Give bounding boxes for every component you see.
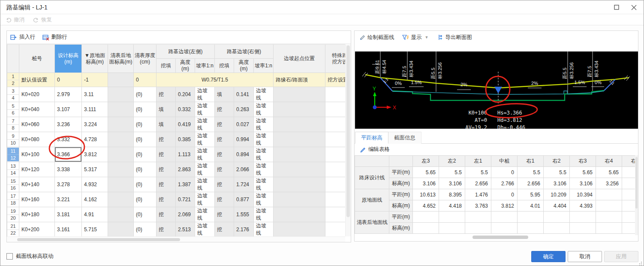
slope-ratio-cell[interactable]: 边坡线 — [195, 207, 215, 222]
section-elevation-link-checkbox[interactable] — [6, 253, 13, 260]
section-horizontal-scrollbar[interactable] — [472, 236, 528, 239]
value-cell[interactable] — [439, 212, 465, 223]
slope-ratio-cell[interactable]: 边坡线 — [195, 147, 215, 162]
value-cell[interactable]: 10.613 — [413, 189, 439, 200]
slope-ratio-cell[interactable]: 边坡线 — [195, 87, 215, 102]
ground-elevation-cell[interactable]: 4.91 — [82, 207, 108, 222]
special-roadbed-cell[interactable] — [325, 102, 346, 117]
display-button[interactable]: 显示 ▼ — [402, 34, 429, 41]
clearing-thickness-cell[interactable]: (0) — [134, 117, 156, 132]
row-number-cell[interactable]: 1314 — [7, 162, 19, 177]
default-ground-cell[interactable]: -1 — [82, 73, 108, 87]
special-roadbed-cell[interactable] — [325, 132, 346, 147]
station-cell[interactable]: K0+060 — [19, 117, 55, 132]
value-cell[interactable]: 4.418 — [439, 200, 465, 212]
slope-ratio-cell[interactable]: 边坡线 — [254, 177, 274, 192]
export-section-button[interactable]: 导出断面图 — [436, 34, 472, 41]
row-number-cell[interactable]: 1112 — [7, 147, 19, 162]
slope-ratio-cell[interactable]: 边坡线 — [195, 102, 215, 117]
design-elevation-cell[interactable]: 2.979 — [55, 87, 82, 102]
default-station-cell[interactable]: 默认值设置 — [19, 73, 55, 87]
value-cell[interactable]: 10.209 — [544, 189, 570, 200]
value-cell[interactable] — [413, 223, 439, 234]
default-slope-cell[interactable]: W0.75/T1.5 — [156, 73, 274, 87]
slope-ratio-cell[interactable]: 边坡线 — [254, 162, 274, 177]
special-roadbed-cell[interactable] — [325, 222, 346, 237]
value-cell[interactable]: 4.01 — [518, 200, 544, 212]
value-cell[interactable]: 4.393 — [570, 200, 596, 212]
slope-ratio-cell[interactable]: 边坡线 — [254, 192, 274, 207]
ground-elevation-cell[interactable]: 4.162 — [82, 192, 108, 207]
row-number-cell[interactable]: 1920 — [7, 207, 19, 222]
ground-elevation-cell[interactable]: 4.728 — [82, 132, 108, 147]
value-cell[interactable]: 5.5 — [439, 167, 465, 178]
default-slope-start-cell[interactable]: 路缘石/路面顶 — [274, 73, 325, 87]
value-cell[interactable] — [465, 212, 491, 223]
slope-ratio-cell[interactable]: 边坡线 — [254, 222, 274, 237]
special-roadbed-cell[interactable] — [325, 162, 346, 177]
value-cell[interactable] — [570, 212, 596, 223]
slope-ratio-cell[interactable]: 边坡线 — [254, 102, 274, 117]
value-cell[interactable] — [518, 212, 544, 223]
value-cell[interactable]: 5.95 — [518, 189, 544, 200]
clearing-thickness-cell[interactable]: (0) — [134, 102, 156, 117]
cancel-button[interactable]: 取消 — [568, 251, 602, 262]
value-cell[interactable]: 4.652 — [413, 200, 439, 212]
slope-ratio-cell[interactable]: 边坡线 — [254, 207, 274, 222]
slope-ratio-cell[interactable]: 边坡线 — [254, 147, 274, 162]
value-cell[interactable] — [596, 189, 622, 200]
maximize-icon[interactable] — [611, 2, 622, 13]
slope-ratio-cell[interactable]: 边坡线 — [195, 177, 215, 192]
station-cell[interactable]: K0+140 — [19, 177, 55, 192]
value-cell[interactable] — [622, 200, 636, 212]
value-cell[interactable] — [570, 223, 596, 234]
value-cell[interactable] — [596, 223, 622, 234]
table-horizontal-scrollbar[interactable] — [7, 236, 345, 242]
clearing-thickness-cell[interactable]: (0) — [134, 87, 156, 102]
value-cell[interactable] — [622, 167, 636, 178]
ground-elevation-cell[interactable]: 3.111 — [82, 102, 108, 117]
clearing-thickness-cell[interactable]: (0) — [134, 132, 156, 147]
station-cell[interactable]: K0+040 — [19, 102, 55, 117]
station-cell[interactable]: K0+100 — [19, 147, 55, 162]
row-number-cell[interactable]: 56 — [7, 102, 19, 117]
value-cell[interactable]: 3.812 — [491, 200, 518, 212]
value-cell[interactable]: 5.5 — [465, 167, 491, 178]
value-cell[interactable]: 3.2 — [622, 178, 636, 189]
slope-ratio-cell[interactable]: 边坡线 — [195, 162, 215, 177]
value-cell[interactable] — [622, 223, 636, 234]
insert-row-button[interactable]: 插入行 — [10, 33, 36, 41]
slope-ratio-cell[interactable]: 边坡线 — [195, 222, 215, 237]
clearing-thickness-cell[interactable]: (0) — [134, 147, 156, 162]
close-icon[interactable] — [628, 2, 639, 13]
station-cell[interactable]: K0+180 — [19, 207, 55, 222]
station-cell[interactable]: K0+120 — [19, 162, 55, 177]
redo-button[interactable]: 恢复 — [33, 16, 52, 24]
row-number-cell[interactable]: 910 — [7, 132, 19, 147]
value-cell[interactable]: 8.395 — [439, 189, 465, 200]
ground-elevation-cell[interactable]: 5.715 — [82, 222, 108, 237]
elevation-table-scrollbar[interactable] — [635, 155, 638, 235]
default-thickness-cell[interactable]: 0 — [134, 73, 156, 87]
ground-elevation-cell[interactable]: 3.224 — [82, 117, 108, 132]
slope-ratio-cell[interactable]: 边坡线 — [254, 87, 274, 102]
tab-plan-elevation[interactable]: 平距标高 — [355, 132, 388, 144]
clearing-thickness-cell[interactable]: (0) — [134, 162, 156, 177]
value-cell[interactable] — [622, 189, 636, 200]
clearing-thickness-cell[interactable]: (0) — [134, 207, 156, 222]
ground-elevation-cell[interactable]: 3.11 — [82, 87, 108, 102]
value-cell[interactable]: 2.656 — [465, 178, 491, 189]
undo-button[interactable]: 撤消 — [6, 16, 24, 24]
resize-grip[interactable] — [638, 260, 642, 264]
value-cell[interactable]: 3.256 — [596, 178, 622, 189]
value-cell[interactable]: 5.65 — [413, 167, 439, 178]
value-cell[interactable] — [544, 212, 570, 223]
design-elevation-cell[interactable]: 3.236 — [55, 117, 82, 132]
value-cell[interactable]: 5.5 — [518, 167, 544, 178]
default-design-cell[interactable]: 0 — [55, 73, 82, 87]
row-number-cell[interactable]: 12 — [7, 73, 19, 87]
ground-elevation-cell[interactable]: 5.317 — [82, 162, 108, 177]
value-cell[interactable] — [491, 212, 518, 223]
row-number-cell[interactable]: 1718 — [7, 192, 19, 207]
slope-ratio-cell[interactable]: 边坡线 — [195, 132, 215, 147]
